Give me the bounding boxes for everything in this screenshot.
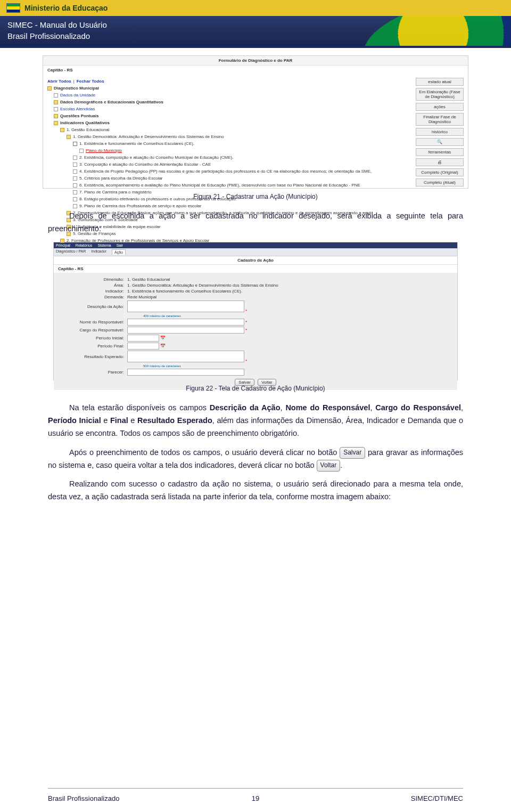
input-pini[interactable] (127, 335, 159, 342)
tree-pt[interactable]: 6. Existência, acompanhamento e avaliaçã… (79, 182, 360, 189)
ribbon-graphic (362, 16, 511, 46)
page-icon (73, 176, 77, 181)
nav-sair[interactable]: Sair (117, 243, 123, 247)
folder-icon (47, 86, 52, 91)
brazil-flag-icon (6, 3, 20, 13)
tab-indicador[interactable]: Indicador (91, 249, 106, 255)
fig2-form: Dimensão:1. Gestão Educacional Área:1. G… (54, 273, 457, 390)
tree-pt[interactable]: 1. Existência e funcionamento de Conselh… (79, 140, 194, 147)
fechar-todos-link[interactable]: Fechar Todos (77, 79, 104, 84)
val-indicador: 1. Existência e funcionamento de Conselh… (127, 289, 453, 294)
fig2-tabs: Diagnóstico / PAR Indicador Ação (54, 248, 457, 256)
estado-value: Em Elaboração (Fase de Diagnóstico) (416, 88, 464, 101)
calendar-icon[interactable]: 📅 (160, 336, 166, 340)
tree-pt[interactable]: 9. Plano de Carreira dos Profissionais d… (79, 202, 201, 209)
tree-item[interactable]: Escolas Atendidas (60, 105, 95, 112)
input-parecer[interactable] (127, 369, 244, 376)
tool-completo-original[interactable]: Completo (Original) (416, 168, 464, 176)
lbl-parecer: Parecer: (58, 370, 127, 375)
tree-pt[interactable]: 5. Critérios para escolha da Direção Esc… (79, 175, 163, 182)
estado-title: estado atual (416, 78, 464, 86)
page-icon (73, 156, 77, 160)
lbl-descacao: Descrição da Ação: (58, 304, 127, 309)
lbl-indicador: Indicador: (58, 289, 127, 294)
tree-root[interactable]: Diagnóstico Municipal (54, 85, 99, 92)
calendar-icon[interactable]: 📅 (160, 344, 166, 348)
page-icon (73, 183, 77, 188)
historico-title: histórico (416, 128, 464, 136)
tab-acao[interactable]: Ação (112, 249, 126, 255)
footer-divider (48, 788, 463, 789)
paragraph-4: Realizando com sucesso o cadastro da açã… (48, 478, 463, 504)
nav-relatorios[interactable]: Relatórios (76, 243, 93, 247)
fig1-region: Capitão - RS (43, 66, 468, 75)
tree-item[interactable]: Questões Pontuais (60, 112, 98, 119)
val-area: 1. Gestão Democrática: Articulação e Des… (127, 283, 453, 288)
lbl-cargoresp: Cargo do Responsável: (58, 328, 127, 332)
page-icon (54, 93, 58, 98)
folder-icon (60, 128, 64, 132)
acao-finalizar[interactable]: Finalizar Fase de Diagnóstico (416, 113, 464, 126)
tree-item[interactable]: Dados da Unidade (60, 92, 95, 99)
simec-bar: SIMEC - Manual do Usuário Brasil Profiss… (0, 16, 511, 46)
lbl-area: Área: (58, 283, 127, 288)
page-icon (73, 190, 77, 194)
fig2-subtitle: Cadastro de Ação (54, 256, 457, 265)
figure-22-screenshot: Principal Relatórios Sistema Sair Diagnó… (53, 242, 458, 380)
tree-item[interactable]: Indicadores Qualitativos (60, 119, 110, 126)
page-icon (54, 107, 58, 111)
fig2-region: Capitão - RS (54, 265, 457, 273)
val-dimensao: 1. Gestão Educacional (127, 277, 453, 282)
voltar-button-inline[interactable]: Voltar (317, 460, 341, 472)
folder-icon (60, 239, 64, 243)
acoes-title: ações (416, 103, 464, 111)
tree-pt[interactable]: 3. Composição e atuação do Conselho de A… (79, 161, 211, 168)
tree-dim1[interactable]: 1. Gestão Educacional (67, 126, 110, 133)
checkbox-icon[interactable] (73, 142, 77, 146)
tree-pt[interactable]: 4. Existência de Projeto Pedagógico (PP)… (79, 168, 372, 175)
paragraph-3: Após o preenchimento de todos os campos,… (48, 446, 463, 472)
header-divider (0, 46, 511, 48)
folder-icon (54, 100, 58, 104)
tool-completo-atual[interactable]: Completo (Atual) (416, 178, 464, 186)
page-footer: Brasil Profissionalizado 19 SIMEC/DTI/ME… (0, 794, 511, 802)
tree-pt[interactable]: 2. Existência, composição e atuação do C… (79, 154, 234, 161)
fig1-title: Formulário de Diagnóstico e do PAR (43, 56, 468, 66)
figure-21-screenshot: Formulário de Diagnóstico e do PAR Capit… (43, 55, 468, 189)
salvar-button-inline[interactable]: Salvar (340, 447, 365, 459)
tree-pt[interactable]: 7. Plano de Carreira para o magistério (79, 189, 152, 196)
page-icon (73, 169, 77, 174)
ferramentas-title: ferramentas (416, 148, 464, 156)
page-icon (73, 204, 77, 208)
tree-sub1[interactable]: 1. Gestão Democrática: Articulação e Des… (73, 133, 224, 140)
folder-icon (67, 135, 71, 139)
folder-icon (54, 114, 58, 118)
val-demanda: Rede Municipal (127, 295, 453, 299)
input-result[interactable] (127, 351, 244, 362)
folder-icon (54, 121, 58, 125)
lbl-pfim: Período Final: (58, 344, 127, 348)
input-cargoresp[interactable] (127, 327, 244, 334)
input-pfim[interactable] (127, 343, 159, 350)
nav-sistema[interactable]: Sistema (97, 243, 111, 247)
tab-diagnostico[interactable]: Diagnóstico / PAR (56, 249, 86, 255)
abrir-todos-link[interactable]: Abrir Todos (47, 79, 71, 84)
paragraph-2: Na tela estarão disponíveis os campos De… (48, 402, 463, 440)
input-descacao[interactable] (127, 301, 244, 312)
lbl-demanda: Demanda: (58, 295, 127, 299)
plano-municipio-link[interactable]: Plano do Município (86, 147, 122, 154)
ministry-title: Ministerio da Educaçao (24, 4, 108, 12)
footer-page-number: 19 (0, 794, 511, 802)
ministry-bar: Ministerio da Educaçao (0, 0, 511, 16)
figure-22-caption: Figura 22 - Tela de Cadastro de Ação (Mu… (0, 385, 511, 392)
nav-principal[interactable]: Principal (56, 243, 70, 247)
lbl-nomeresp: Nome do Responsável: (58, 320, 127, 324)
input-nomeresp[interactable] (127, 319, 244, 326)
page-header: Ministerio da Educaçao SIMEC - Manual do… (0, 0, 511, 48)
print-icon[interactable]: 🖨 (416, 158, 464, 166)
page-icon (79, 149, 84, 153)
page-icon (73, 163, 77, 167)
tree-item[interactable]: Dados Demográficos e Educacionais Quanti… (60, 99, 163, 105)
hint-500: 500 máximo de caracteres (143, 364, 453, 368)
historico-icon[interactable]: 🔍 (416, 138, 464, 146)
